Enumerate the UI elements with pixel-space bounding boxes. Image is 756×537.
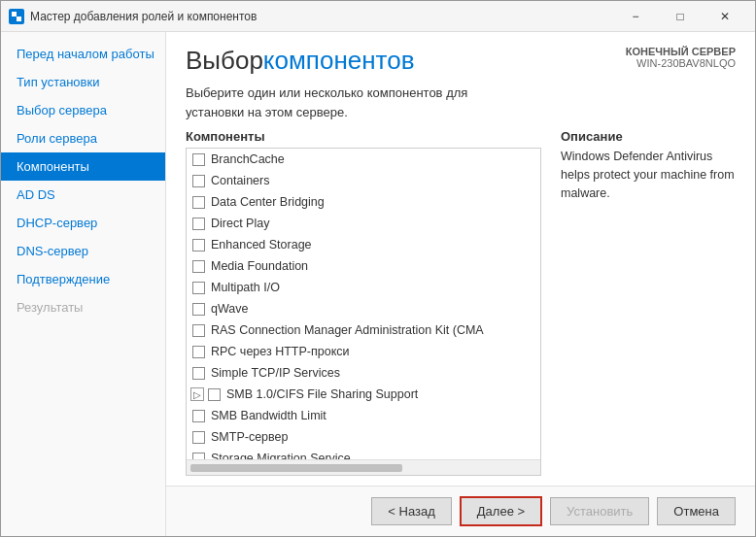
components-list-container: BranchCache Containers Data Center Bridg… <box>186 148 541 476</box>
checkbox-smb10[interactable] <box>208 388 221 401</box>
sidebar-item-before-start[interactable]: Перед началом работы <box>1 40 165 68</box>
list-item[interactable]: RAS Connection Manager Administration Ki… <box>187 319 540 341</box>
list-item[interactable]: Media Foundation <box>187 255 540 277</box>
sidebar-item-dns[interactable]: DNS-сервер <box>1 237 165 265</box>
item-label: RPC через HTTP-прокси <box>211 345 349 358</box>
item-label: Simple TCP/IP Services <box>211 366 340 380</box>
item-label: SMB Bandwidth Limit <box>211 409 326 422</box>
content-area: Перед началом работы Тип установки Выбор… <box>1 32 755 536</box>
list-item[interactable]: RPC через HTTP-прокси <box>187 341 540 362</box>
window: Мастер добавления ролей и компонентов − … <box>0 0 756 537</box>
list-item[interactable]: ▷ SMB 1.0/CIFS File Sharing Support <box>187 384 540 405</box>
list-item[interactable]: SMTP-сервер <box>187 426 540 448</box>
sidebar-item-confirm[interactable]: Подтверждение <box>1 265 165 293</box>
checkbox-multipath[interactable] <box>192 282 205 294</box>
components-panel: Компоненты BranchCache Containers <box>186 129 541 476</box>
item-label: qWave <box>211 302 248 316</box>
right-header: Выбор компонентов Выберите один или неск… <box>166 32 755 129</box>
sidebar-item-components[interactable]: Компоненты <box>1 152 165 181</box>
page-title-plain: Выбор <box>186 46 263 76</box>
right-content: Компоненты BranchCache Containers <box>166 129 755 486</box>
close-button[interactable]: ✕ <box>703 1 747 32</box>
item-label: Direct Play <box>211 217 269 230</box>
footer: < Назад Далее > Установить Отмена <box>166 486 755 536</box>
list-item[interactable]: BranchCache <box>187 149 540 170</box>
sidebar-item-install-type[interactable]: Тип установки <box>1 68 165 96</box>
install-button[interactable]: Установить <box>550 497 649 525</box>
app-icon <box>9 9 24 24</box>
intro-text: Выберите один или несколько компонентов … <box>186 84 516 121</box>
list-item[interactable]: Direct Play <box>187 213 540 234</box>
cancel-button[interactable]: Отмена <box>657 497 736 525</box>
server-info: КОНЕЧНЫЙ СЕРВЕР WIN-230BAV8NLQO <box>626 46 736 69</box>
checkbox-enhanced-storage[interactable] <box>192 239 205 252</box>
checkbox-rpc-http[interactable] <box>192 346 205 358</box>
list-item[interactable]: Containers <box>187 170 540 191</box>
page-title-highlight: компонентов <box>263 46 415 76</box>
description-panel: Описание Windows Defender Antivirus help… <box>561 129 736 476</box>
list-item[interactable]: Data Center Bridging <box>187 191 540 213</box>
item-label: Storage Migration Service <box>211 452 351 459</box>
horizontal-scrollbar[interactable] <box>187 459 540 475</box>
components-label: Компоненты <box>186 129 541 144</box>
list-item[interactable]: SMB Bandwidth Limit <box>187 405 540 426</box>
item-label: Media Foundation <box>211 259 308 273</box>
checkbox-containers[interactable] <box>192 175 205 187</box>
checkbox-data-center[interactable] <box>192 196 205 209</box>
checkbox-direct-play[interactable] <box>192 218 205 230</box>
checkbox-branch-cache[interactable] <box>192 153 205 166</box>
server-label: КОНЕЧНЫЙ СЕРВЕР <box>626 46 736 57</box>
checkbox-smb-bw[interactable] <box>192 410 205 422</box>
right-panel: Выбор компонентов Выберите один или неск… <box>166 32 755 536</box>
sidebar-item-server-select[interactable]: Выбор сервера <box>1 96 165 124</box>
window-controls: − □ ✕ <box>613 1 747 32</box>
expand-icon[interactable]: ▷ <box>190 387 204 401</box>
sidebar-item-ad-ds[interactable]: AD DS <box>1 181 165 209</box>
minimize-button[interactable]: − <box>613 1 658 32</box>
item-label: BranchCache <box>211 152 285 166</box>
checkbox-storage-migration[interactable] <box>192 453 205 460</box>
description-text: Windows Defender Antivirus helps protect… <box>561 148 736 202</box>
list-item[interactable]: Simple TCP/IP Services <box>187 362 540 384</box>
list-item[interactable]: Enhanced Storage <box>187 234 540 255</box>
item-label: SMB 1.0/CIFS File Sharing Support <box>226 387 418 401</box>
item-label: Multipath I/O <box>211 281 280 294</box>
checkbox-simple-tcp[interactable] <box>192 367 205 380</box>
back-button[interactable]: < Назад <box>371 497 451 525</box>
checkbox-smtp[interactable] <box>192 431 205 444</box>
maximize-button[interactable]: □ <box>658 1 703 32</box>
checkbox-media-foundation[interactable] <box>192 260 205 273</box>
description-label: Описание <box>561 129 736 144</box>
list-item[interactable]: Multipath I/O <box>187 277 540 298</box>
titlebar: Мастер добавления ролей и компонентов − … <box>1 1 755 32</box>
item-label: Containers <box>211 174 269 187</box>
item-label: Data Center Bridging <box>211 195 325 209</box>
checkbox-qwave[interactable] <box>192 303 205 316</box>
sidebar-item-server-roles[interactable]: Роли сервера <box>1 124 165 152</box>
components-list-scroll[interactable]: BranchCache Containers Data Center Bridg… <box>187 149 540 459</box>
server-name: WIN-230BAV8NLQO <box>626 57 736 69</box>
svg-rect-1 <box>17 17 21 21</box>
sidebar: Перед началом работы Тип установки Выбор… <box>1 32 166 536</box>
checkbox-ras[interactable] <box>192 324 205 337</box>
item-label: Enhanced Storage <box>211 238 312 252</box>
sidebar-item-dhcp[interactable]: DHCP-сервер <box>1 209 165 237</box>
next-button[interactable]: Далее > <box>460 496 542 526</box>
window-title: Мастер добавления ролей и компонентов <box>30 10 613 23</box>
list-item[interactable]: qWave <box>187 298 540 319</box>
sidebar-item-results: Результаты <box>1 293 165 321</box>
item-label: SMTP-сервер <box>211 430 288 444</box>
item-label: RAS Connection Manager Administration Ki… <box>211 323 484 337</box>
svg-rect-0 <box>12 12 17 17</box>
list-item[interactable]: Storage Migration Service <box>187 448 540 459</box>
